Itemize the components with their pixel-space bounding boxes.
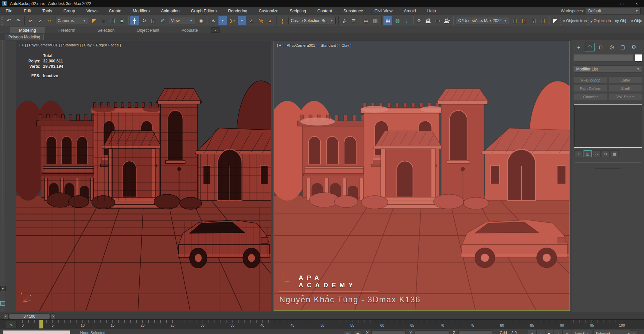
menu-item[interactable]: Rendering: [222, 7, 253, 15]
ribbon-tab[interactable]: Selection: [89, 27, 123, 33]
current-frame-marker[interactable]: [39, 320, 43, 329]
app-icon[interactable]: 3: [2, 1, 7, 6]
select-and-scale-icon[interactable]: ◱: [149, 16, 158, 25]
modifier-stack[interactable]: [574, 104, 642, 148]
viewport-left[interactable]: [ + ] [ PhysCamera001 ] [ Standard ] [ C…: [16, 41, 271, 311]
select-and-rotate-icon[interactable]: ↻: [140, 16, 149, 25]
workspace-dropdown[interactable]: Default ▼: [586, 8, 641, 14]
select-and-place-icon[interactable]: ⊕: [158, 16, 167, 25]
material-editor-icon[interactable]: ◍: [393, 16, 402, 25]
maxscript-mini-listener[interactable]: [3, 330, 70, 334]
selection-lock-icon[interactable]: ⊕: [344, 330, 351, 334]
mini-curve-editor-icon[interactable]: ∿: [6, 321, 17, 328]
play-button[interactable]: ▶: [545, 330, 554, 334]
menu-item[interactable]: Create: [103, 7, 127, 15]
viewport-left-label[interactable]: [ + ] [ PhysCamera001 ] [ Standard ] [ C…: [19, 43, 121, 47]
import-container-icon[interactable]: ◰: [511, 16, 519, 25]
modifier-button[interactable]: Chamfer: [574, 93, 607, 100]
close-button[interactable]: ×: [629, 0, 644, 7]
objects-from-button[interactable]: e Objects fron: [560, 17, 587, 25]
ribbon-tab[interactable]: Object Paint: [128, 27, 168, 33]
snaps-toggle-icon[interactable]: ∩: [237, 16, 247, 26]
time-configuration-icon[interactable]: ◔: [630, 330, 637, 334]
ribbon-toggle-icon[interactable]: ▦: [383, 16, 392, 26]
next-frame-arrow[interactable]: >: [50, 313, 55, 319]
keyboard-shortcut-override-icon[interactable]: ↑: [218, 16, 227, 26]
menu-item[interactable]: File: [0, 7, 18, 15]
display-tab[interactable]: ▢: [618, 43, 628, 51]
scene-explorer-icon[interactable]: ▥: [371, 16, 380, 25]
minimize-button[interactable]: —: [600, 0, 615, 7]
viewport-right-label[interactable]: [ + ] [ PhysCamera001 ] [ Standard ] [ C…: [277, 43, 351, 47]
frame-ruler[interactable]: 0510152025303540455055606570758085909510…: [19, 320, 636, 329]
window-crossing-icon[interactable]: ▣: [118, 16, 126, 25]
objects-short-button[interactable]: oy Obj: [613, 17, 627, 25]
reference-coordinate-dropdown[interactable]: View▼: [169, 17, 195, 24]
motion-tab[interactable]: ◎: [607, 43, 617, 51]
selection-set-dropdown[interactable]: Create Selection Se▼: [288, 17, 335, 24]
menu-item[interactable]: Group: [58, 7, 81, 15]
project-path-dropdown[interactable]: C:\Users\A...s Max 2022▼: [456, 17, 509, 24]
previous-frame-button[interactable]: ‹: [536, 330, 545, 334]
menu-item[interactable]: Tools: [37, 7, 58, 15]
render-setup-icon[interactable]: ☕: [424, 16, 433, 25]
menu-item[interactable]: Content: [312, 7, 338, 15]
viewport-layout-tab-icon[interactable]: [0, 301, 5, 306]
menu-item[interactable]: Scripting: [284, 7, 312, 15]
select-by-name-icon[interactable]: ≡: [99, 16, 108, 25]
viewport-right-active[interactable]: [ + ] [ PhysCamera001 ] [ Standard ] [ C…: [274, 41, 570, 311]
toolbar-drag-handle[interactable]: [1, 16, 3, 26]
maximize-button[interactable]: ◻: [615, 0, 629, 7]
ribbon-tab[interactable]: Populate: [173, 27, 206, 33]
objects-last-button[interactable]: e Obje: [629, 17, 643, 25]
previous-frame-arrow[interactable]: <: [4, 313, 9, 319]
menu-item[interactable]: Modifiers: [127, 7, 155, 15]
frame-counter[interactable]: 0 / 100: [9, 313, 50, 319]
modifier-list-dropdown[interactable]: Modifier List ▼: [574, 65, 642, 72]
select-and-link-icon[interactable]: ∞: [26, 16, 35, 25]
select-and-move-icon[interactable]: ╋: [130, 16, 139, 26]
absolute-mode-icon[interactable]: ▣: [354, 330, 361, 334]
layer-manager-icon[interactable]: ▤: [362, 16, 370, 25]
key-filters-dropdown[interactable]: Selected ▼: [593, 330, 633, 334]
merge-container-icon[interactable]: ◱: [539, 16, 547, 25]
modify-tab[interactable]: ◠: [585, 43, 595, 51]
make-unique-icon[interactable]: ∷: [593, 150, 601, 157]
menu-item[interactable]: Help: [422, 7, 442, 15]
ribbon-tab[interactable]: Modeling: [10, 27, 45, 33]
auto-key-button[interactable]: Auto Key: [572, 330, 592, 334]
unlink-selection-icon[interactable]: ⌀: [36, 16, 44, 25]
render-production-icon[interactable]: ☕: [443, 16, 451, 25]
redo-icon[interactable]: ↷: [14, 16, 23, 25]
bind-to-spacewarp-icon[interactable]: ∾: [45, 16, 53, 25]
menu-item[interactable]: Customize: [253, 7, 284, 15]
named-selection-sets-icon[interactable]: {: [278, 16, 287, 25]
expand-panel-button[interactable]: ▶: [0, 286, 6, 291]
angle-snap-icon[interactable]: ∠: [247, 16, 256, 25]
save-container-icon[interactable]: ◳: [520, 16, 529, 25]
render-to-texture-icon[interactable]: ↓: [402, 16, 411, 25]
modifier-button[interactable]: FFD 2x2x2: [574, 76, 607, 84]
menu-item[interactable]: Graph Editors: [185, 7, 222, 15]
menu-item[interactable]: Substance: [338, 7, 369, 15]
y-coordinate-field[interactable]: [415, 330, 449, 334]
ribbon-overflow-button[interactable]: ▾: [211, 27, 220, 33]
align-icon[interactable]: ≣: [349, 16, 358, 25]
use-pivot-center-icon[interactable]: ◉: [197, 16, 205, 25]
go-to-start-button[interactable]: «: [528, 330, 536, 334]
menu-item[interactable]: Edit: [18, 7, 37, 15]
menu-item[interactable]: Views: [81, 7, 103, 15]
modifier-button[interactable]: Lathe: [609, 76, 642, 84]
x-coordinate-field[interactable]: [371, 330, 406, 334]
inherit-container-icon[interactable]: ◲: [529, 16, 538, 25]
percent-snap-icon[interactable]: %: [257, 16, 265, 25]
objects-to-button[interactable]: y Objects to: [588, 17, 611, 25]
next-frame-button[interactable]: ›: [554, 330, 562, 334]
modifier-button[interactable]: Path Deform: [574, 85, 607, 92]
utilities-tab[interactable]: ⚙: [629, 43, 639, 51]
create-tab[interactable]: +: [574, 43, 584, 51]
select-object-icon[interactable]: ◤: [90, 16, 99, 25]
modifier-button[interactable]: Shell: [609, 85, 642, 92]
remove-modifier-icon[interactable]: ⊘: [602, 150, 610, 157]
menu-item[interactable]: Animation: [155, 7, 185, 15]
